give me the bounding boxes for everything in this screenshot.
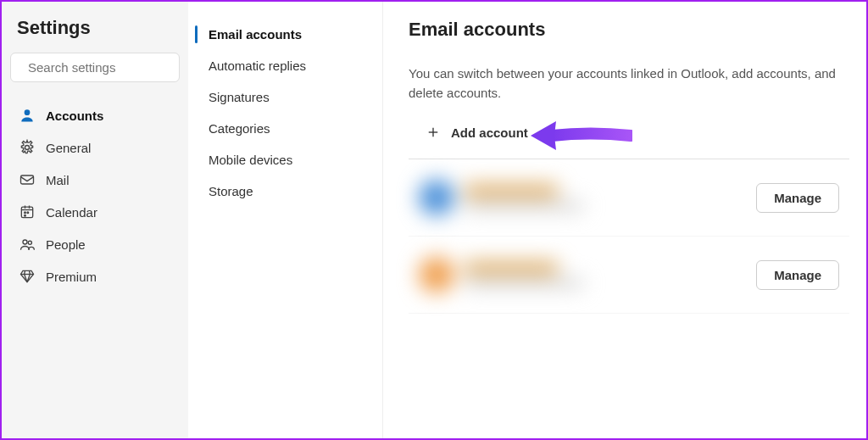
- subnav-item-mobile-devices[interactable]: Mobile devices: [188, 144, 382, 175]
- account-text: [465, 185, 583, 210]
- settings-subnav: Email accounts Automatic replies Signatu…: [188, 2, 383, 438]
- svg-rect-4: [21, 175, 34, 184]
- subnav-item-storage[interactable]: Storage: [188, 175, 382, 207]
- add-account-label: Add account: [451, 125, 528, 140]
- people-icon: [19, 236, 36, 253]
- account-info: [419, 180, 583, 215]
- main-content: Email accounts You can switch between yo…: [383, 2, 866, 438]
- sidebar-item-calendar[interactable]: Calendar: [10, 196, 180, 228]
- account-avatar: [419, 180, 454, 215]
- manage-button[interactable]: Manage: [756, 260, 839, 290]
- account-row: Manage: [409, 159, 849, 237]
- svg-point-3: [25, 146, 30, 150]
- mail-icon: [19, 171, 36, 188]
- gear-icon: [19, 139, 36, 156]
- search-input[interactable]: [28, 60, 189, 75]
- sidebar-item-premium[interactable]: Premium: [10, 260, 180, 292]
- sidebar-item-label: Calendar: [46, 205, 97, 220]
- account-avatar: [419, 257, 454, 292]
- sidebar-item-people[interactable]: People: [10, 228, 180, 260]
- plus-icon: [426, 125, 441, 140]
- subnav-item-email-accounts[interactable]: Email accounts: [188, 19, 382, 50]
- page-title: Email accounts: [409, 19, 849, 41]
- search-settings-box[interactable]: [10, 53, 180, 82]
- svg-point-9: [25, 212, 26, 214]
- svg-point-13: [28, 241, 31, 244]
- sidebar-item-label: Premium: [46, 270, 97, 284]
- svg-point-12: [23, 240, 27, 244]
- sidebar-item-label: Mail: [46, 173, 70, 187]
- sidebar-item-general[interactable]: General: [10, 131, 180, 164]
- page-description: You can switch between your accounts lin…: [409, 64, 849, 103]
- sidebar-item-label: Accounts: [46, 109, 103, 123]
- sidebar-item-label: People: [46, 237, 86, 252]
- diamond-icon: [19, 268, 36, 285]
- subnav-item-automatic-replies[interactable]: Automatic replies: [188, 50, 382, 81]
- svg-point-11: [25, 214, 26, 216]
- settings-title: Settings: [17, 17, 180, 39]
- subnav-item-categories[interactable]: Categories: [188, 113, 382, 144]
- account-row: Manage: [409, 237, 849, 314]
- settings-sidebar: Settings Accounts General Mail Calendar …: [2, 2, 188, 438]
- subnav-item-signatures[interactable]: Signatures: [188, 81, 382, 113]
- svg-point-10: [27, 212, 29, 214]
- svg-point-2: [25, 109, 31, 115]
- add-account-button[interactable]: Add account: [412, 118, 542, 147]
- account-text: [465, 262, 583, 287]
- account-info: [419, 257, 583, 292]
- sidebar-item-label: General: [46, 141, 91, 155]
- manage-button[interactable]: Manage: [756, 183, 839, 213]
- person-icon: [19, 107, 36, 124]
- annotation-arrow-icon: [531, 114, 632, 157]
- calendar-icon: [19, 203, 36, 220]
- sidebar-item-accounts[interactable]: Accounts: [10, 99, 180, 131]
- sidebar-item-mail[interactable]: Mail: [10, 164, 180, 196]
